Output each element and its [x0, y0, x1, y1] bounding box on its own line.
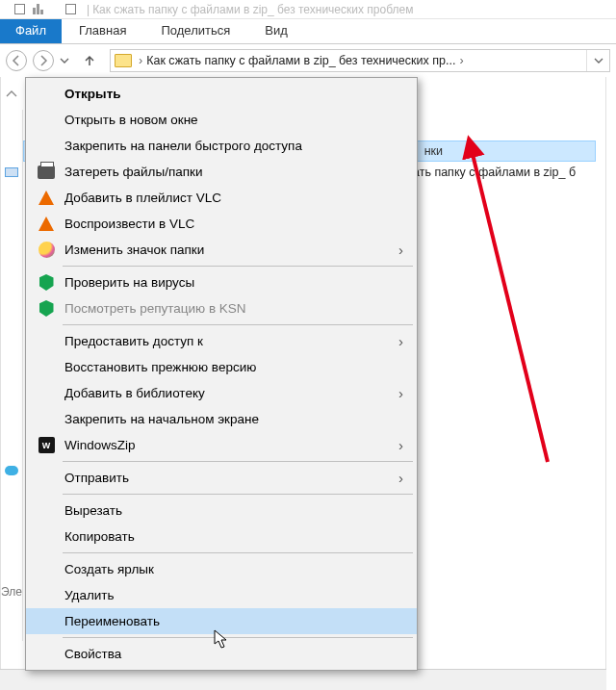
ribbon-tab-share[interactable]: Поделиться: [143, 19, 247, 43]
menu-separator: [63, 461, 413, 462]
chevron-right-icon: ›: [398, 437, 403, 453]
menu-item-label: Восстановить прежнюю версию: [64, 360, 403, 374]
address-row: › Как сжать папку с файлами в zip_ без т…: [0, 44, 616, 77]
menu-item-label: Отправить: [64, 471, 398, 485]
vlc-icon: [36, 188, 57, 209]
window-title: Как сжать папку с файлами в zip_ без тех…: [92, 3, 413, 16]
menu-separator: [63, 637, 413, 638]
menu-item-label: Посмотреть репутацию в KSN: [64, 301, 403, 316]
menu-item[interactable]: Добавить в плейлист VLC: [26, 185, 417, 211]
menu-item[interactable]: Добавить в библиотеку›: [26, 380, 417, 406]
address-bar[interactable]: › Как сжать папку с файлами в zip_ без т…: [110, 49, 610, 72]
back-button[interactable]: [6, 50, 27, 71]
menu-item-label: Свойства: [64, 647, 403, 661]
nav-group-label: Эле: [1, 585, 22, 599]
menu-item-label: Закрепить на панели быстрого доступа: [64, 139, 403, 153]
nav-item-icon: [5, 167, 18, 177]
chevron-up-icon[interactable]: [6, 87, 17, 101]
menu-item[interactable]: Закрепить на панели быстрого доступа: [26, 133, 417, 159]
menu-item-label: Вырезать: [64, 503, 403, 518]
ribbon: Файл Главная Поделиться Вид: [0, 19, 616, 44]
menu-item-label: Изменить значок папки: [64, 243, 398, 257]
menu-separator: [63, 552, 413, 553]
chevron-right-icon: ›: [398, 333, 403, 349]
list-item[interactable]: ать папку с файлами в zip_ б: [413, 166, 596, 179]
menu-item[interactable]: Проверить на вирусы: [26, 269, 417, 295]
ribbon-tab-view[interactable]: Вид: [247, 19, 305, 43]
onedrive-icon: [5, 466, 18, 475]
breadcrumb-sep: ›: [135, 54, 146, 67]
chevron-right-icon: ›: [398, 470, 403, 486]
wz-icon: W: [36, 435, 57, 456]
status-bar: [0, 669, 606, 690]
menu-separator: [63, 494, 413, 495]
menu-icon-empty: [36, 110, 57, 131]
menu-item[interactable]: WWindowsZip›: [26, 432, 417, 458]
forward-button[interactable]: [33, 50, 54, 71]
menu-item-label: Проверить на вирусы: [64, 275, 403, 290]
ribbon-tab-home[interactable]: Главная: [62, 19, 143, 43]
menu-item[interactable]: Открыть в новом окне: [26, 107, 417, 133]
menu-icon-empty: [36, 526, 57, 548]
quick-access-icon: [33, 4, 43, 14]
menu-item-label: Открыть: [64, 87, 403, 101]
menu-item[interactable]: Воспроизвести в VLC: [26, 211, 417, 237]
vlc-icon: [36, 214, 57, 235]
menu-item[interactable]: Открыть: [26, 81, 417, 107]
window-control-icon: [14, 4, 25, 14]
menu-item-label: Добавить в библиотеку: [64, 386, 398, 400]
menu-item[interactable]: Отправить›: [26, 465, 417, 491]
menu-icon-empty: [36, 468, 57, 489]
menu-item-label: Затереть файлы/папки: [64, 165, 403, 179]
menu-item-label: Копировать: [64, 529, 403, 544]
address-dropdown-icon[interactable]: [586, 50, 609, 71]
menu-icon-empty: [36, 84, 57, 105]
menu-item-label: Воспроизвести в VLC: [64, 217, 403, 231]
menu-item[interactable]: Удалить: [26, 582, 417, 608]
menu-icon-empty: [36, 611, 57, 632]
menu-item-label: Открыть в новом окне: [64, 113, 403, 127]
menu-separator: [63, 324, 413, 325]
window-titlebar: | Как сжать папку с файлами в zip_ без т…: [0, 0, 616, 19]
menu-icon-empty: [36, 136, 57, 157]
context-menu: ОткрытьОткрыть в новом окнеЗакрепить на …: [25, 77, 418, 671]
up-button[interactable]: [79, 50, 100, 71]
menu-item[interactable]: Свойства: [26, 641, 417, 667]
menu-icon-empty: [36, 331, 57, 352]
kasp-icon: [36, 272, 57, 294]
menu-icon-empty: [36, 383, 57, 404]
menu-item[interactable]: Вырезать: [26, 498, 417, 524]
ribbon-file-tab[interactable]: Файл: [0, 19, 62, 43]
menu-separator: [63, 266, 413, 267]
menu-icon-empty: [36, 559, 57, 580]
menu-icon-empty: [36, 409, 57, 430]
menu-icon-empty: [36, 644, 57, 665]
menu-item[interactable]: Создать ярлык: [26, 556, 417, 582]
menu-item-label: Закрепить на начальном экране: [64, 412, 403, 426]
menu-item[interactable]: Переименовать: [26, 608, 417, 634]
menu-item[interactable]: Копировать: [26, 524, 417, 549]
menu-item-label: Создать ярлык: [64, 562, 403, 576]
menu-item[interactable]: Восстановить прежнюю версию: [26, 354, 417, 380]
nav-pane: Эле: [1, 77, 22, 689]
menu-item: Посмотреть репутацию в KSN: [26, 295, 417, 321]
menu-item[interactable]: Затереть файлы/папки: [26, 159, 417, 185]
menu-item-label: Переименовать: [64, 614, 403, 628]
menu-item-label: WindowsZip: [64, 438, 398, 452]
kasp-icon: [36, 298, 57, 319]
chevron-right-icon: ›: [398, 242, 403, 258]
list-item-name: ать папку с файлами в zip_ б: [413, 166, 576, 179]
titlebar-sep: |: [87, 3, 90, 16]
menu-item[interactable]: Изменить значок папки›: [26, 237, 417, 263]
folder-icon: [115, 54, 132, 67]
column-header-fragment: нки: [424, 144, 443, 158]
menu-item[interactable]: Предоставить доступ к›: [26, 328, 417, 354]
breadcrumb-item[interactable]: Как сжать папку с файлами в zip_ без тех…: [146, 54, 455, 67]
breadcrumb-sep: ›: [455, 54, 467, 67]
menu-icon-empty: [36, 500, 57, 522]
menu-item-label: Добавить в плейлист VLC: [64, 191, 403, 205]
menu-item-label: Предоставить доступ к: [64, 334, 398, 348]
history-dropdown-icon[interactable]: [60, 58, 69, 64]
menu-item[interactable]: Закрепить на начальном экране: [26, 406, 417, 432]
fico-icon: [36, 240, 57, 261]
